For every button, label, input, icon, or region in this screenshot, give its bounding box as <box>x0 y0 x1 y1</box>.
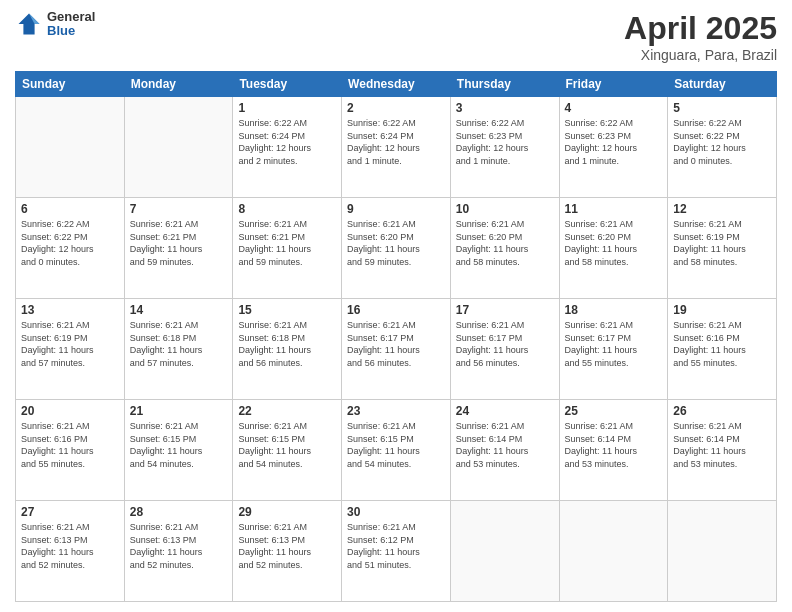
day-info: Sunrise: 6:21 AMSunset: 6:15 PMDaylight:… <box>130 420 228 470</box>
day-number: 17 <box>456 303 554 317</box>
day-info: Sunrise: 6:22 AMSunset: 6:24 PMDaylight:… <box>238 117 336 167</box>
day-info: Sunrise: 6:21 AMSunset: 6:20 PMDaylight:… <box>347 218 445 268</box>
day-number: 6 <box>21 202 119 216</box>
week-row-2: 6Sunrise: 6:22 AMSunset: 6:22 PMDaylight… <box>16 198 777 299</box>
day-number: 15 <box>238 303 336 317</box>
day-number: 22 <box>238 404 336 418</box>
day-number: 4 <box>565 101 663 115</box>
calendar-cell: 22Sunrise: 6:21 AMSunset: 6:15 PMDayligh… <box>233 400 342 501</box>
calendar-cell: 14Sunrise: 6:21 AMSunset: 6:18 PMDayligh… <box>124 299 233 400</box>
calendar-cell: 24Sunrise: 6:21 AMSunset: 6:14 PMDayligh… <box>450 400 559 501</box>
day-number: 27 <box>21 505 119 519</box>
day-info: Sunrise: 6:21 AMSunset: 6:14 PMDaylight:… <box>456 420 554 470</box>
day-info: Sunrise: 6:21 AMSunset: 6:21 PMDaylight:… <box>130 218 228 268</box>
day-number: 2 <box>347 101 445 115</box>
day-number: 7 <box>130 202 228 216</box>
calendar-cell: 4Sunrise: 6:22 AMSunset: 6:23 PMDaylight… <box>559 97 668 198</box>
day-number: 3 <box>456 101 554 115</box>
week-row-1: 1Sunrise: 6:22 AMSunset: 6:24 PMDaylight… <box>16 97 777 198</box>
col-tuesday: Tuesday <box>233 72 342 97</box>
calendar-cell: 9Sunrise: 6:21 AMSunset: 6:20 PMDaylight… <box>342 198 451 299</box>
calendar-cell: 13Sunrise: 6:21 AMSunset: 6:19 PMDayligh… <box>16 299 125 400</box>
calendar-cell: 6Sunrise: 6:22 AMSunset: 6:22 PMDaylight… <box>16 198 125 299</box>
day-number: 19 <box>673 303 771 317</box>
day-info: Sunrise: 6:21 AMSunset: 6:19 PMDaylight:… <box>21 319 119 369</box>
day-number: 16 <box>347 303 445 317</box>
calendar-cell: 19Sunrise: 6:21 AMSunset: 6:16 PMDayligh… <box>668 299 777 400</box>
day-info: Sunrise: 6:21 AMSunset: 6:14 PMDaylight:… <box>565 420 663 470</box>
calendar-cell: 25Sunrise: 6:21 AMSunset: 6:14 PMDayligh… <box>559 400 668 501</box>
day-number: 13 <box>21 303 119 317</box>
day-info: Sunrise: 6:21 AMSunset: 6:13 PMDaylight:… <box>238 521 336 571</box>
col-sunday: Sunday <box>16 72 125 97</box>
calendar-cell: 17Sunrise: 6:21 AMSunset: 6:17 PMDayligh… <box>450 299 559 400</box>
day-number: 26 <box>673 404 771 418</box>
day-info: Sunrise: 6:21 AMSunset: 6:17 PMDaylight:… <box>456 319 554 369</box>
day-number: 18 <box>565 303 663 317</box>
logo-blue: Blue <box>47 24 95 38</box>
calendar-cell <box>668 501 777 602</box>
day-number: 5 <box>673 101 771 115</box>
calendar-cell: 27Sunrise: 6:21 AMSunset: 6:13 PMDayligh… <box>16 501 125 602</box>
day-info: Sunrise: 6:21 AMSunset: 6:13 PMDaylight:… <box>21 521 119 571</box>
calendar-table: Sunday Monday Tuesday Wednesday Thursday… <box>15 71 777 602</box>
day-info: Sunrise: 6:22 AMSunset: 6:22 PMDaylight:… <box>21 218 119 268</box>
day-number: 20 <box>21 404 119 418</box>
calendar-cell: 30Sunrise: 6:21 AMSunset: 6:12 PMDayligh… <box>342 501 451 602</box>
week-row-5: 27Sunrise: 6:21 AMSunset: 6:13 PMDayligh… <box>16 501 777 602</box>
calendar-cell: 15Sunrise: 6:21 AMSunset: 6:18 PMDayligh… <box>233 299 342 400</box>
day-number: 8 <box>238 202 336 216</box>
week-row-4: 20Sunrise: 6:21 AMSunset: 6:16 PMDayligh… <box>16 400 777 501</box>
day-info: Sunrise: 6:21 AMSunset: 6:12 PMDaylight:… <box>347 521 445 571</box>
logo-text: General Blue <box>47 10 95 39</box>
calendar-cell: 10Sunrise: 6:21 AMSunset: 6:20 PMDayligh… <box>450 198 559 299</box>
calendar-cell: 8Sunrise: 6:21 AMSunset: 6:21 PMDaylight… <box>233 198 342 299</box>
day-info: Sunrise: 6:21 AMSunset: 6:17 PMDaylight:… <box>565 319 663 369</box>
col-monday: Monday <box>124 72 233 97</box>
week-row-3: 13Sunrise: 6:21 AMSunset: 6:19 PMDayligh… <box>16 299 777 400</box>
day-number: 9 <box>347 202 445 216</box>
calendar-cell: 20Sunrise: 6:21 AMSunset: 6:16 PMDayligh… <box>16 400 125 501</box>
day-info: Sunrise: 6:21 AMSunset: 6:20 PMDaylight:… <box>565 218 663 268</box>
day-number: 28 <box>130 505 228 519</box>
calendar-cell: 12Sunrise: 6:21 AMSunset: 6:19 PMDayligh… <box>668 198 777 299</box>
day-info: Sunrise: 6:21 AMSunset: 6:15 PMDaylight:… <box>347 420 445 470</box>
subtitle: Xinguara, Para, Brazil <box>624 47 777 63</box>
day-number: 23 <box>347 404 445 418</box>
logo-general: General <box>47 10 95 24</box>
calendar-cell: 16Sunrise: 6:21 AMSunset: 6:17 PMDayligh… <box>342 299 451 400</box>
col-friday: Friday <box>559 72 668 97</box>
col-wednesday: Wednesday <box>342 72 451 97</box>
calendar-body: 1Sunrise: 6:22 AMSunset: 6:24 PMDaylight… <box>16 97 777 602</box>
calendar-cell: 5Sunrise: 6:22 AMSunset: 6:22 PMDaylight… <box>668 97 777 198</box>
day-info: Sunrise: 6:21 AMSunset: 6:14 PMDaylight:… <box>673 420 771 470</box>
day-info: Sunrise: 6:22 AMSunset: 6:22 PMDaylight:… <box>673 117 771 167</box>
col-thursday: Thursday <box>450 72 559 97</box>
days-row: Sunday Monday Tuesday Wednesday Thursday… <box>16 72 777 97</box>
calendar-cell: 18Sunrise: 6:21 AMSunset: 6:17 PMDayligh… <box>559 299 668 400</box>
day-info: Sunrise: 6:21 AMSunset: 6:18 PMDaylight:… <box>130 319 228 369</box>
calendar-cell <box>16 97 125 198</box>
day-number: 30 <box>347 505 445 519</box>
day-number: 10 <box>456 202 554 216</box>
day-number: 11 <box>565 202 663 216</box>
title-section: April 2025 Xinguara, Para, Brazil <box>624 10 777 63</box>
logo: General Blue <box>15 10 95 39</box>
calendar-cell: 1Sunrise: 6:22 AMSunset: 6:24 PMDaylight… <box>233 97 342 198</box>
calendar-cell: 11Sunrise: 6:21 AMSunset: 6:20 PMDayligh… <box>559 198 668 299</box>
day-number: 21 <box>130 404 228 418</box>
day-info: Sunrise: 6:22 AMSunset: 6:24 PMDaylight:… <box>347 117 445 167</box>
calendar-cell <box>124 97 233 198</box>
calendar-cell <box>450 501 559 602</box>
day-number: 12 <box>673 202 771 216</box>
day-number: 1 <box>238 101 336 115</box>
calendar-cell: 3Sunrise: 6:22 AMSunset: 6:23 PMDaylight… <box>450 97 559 198</box>
calendar-cell: 2Sunrise: 6:22 AMSunset: 6:24 PMDaylight… <box>342 97 451 198</box>
header: General Blue April 2025 Xinguara, Para, … <box>15 10 777 63</box>
day-info: Sunrise: 6:21 AMSunset: 6:16 PMDaylight:… <box>21 420 119 470</box>
calendar-header: Sunday Monday Tuesday Wednesday Thursday… <box>16 72 777 97</box>
day-number: 29 <box>238 505 336 519</box>
day-info: Sunrise: 6:21 AMSunset: 6:15 PMDaylight:… <box>238 420 336 470</box>
day-info: Sunrise: 6:22 AMSunset: 6:23 PMDaylight:… <box>565 117 663 167</box>
calendar-cell: 7Sunrise: 6:21 AMSunset: 6:21 PMDaylight… <box>124 198 233 299</box>
